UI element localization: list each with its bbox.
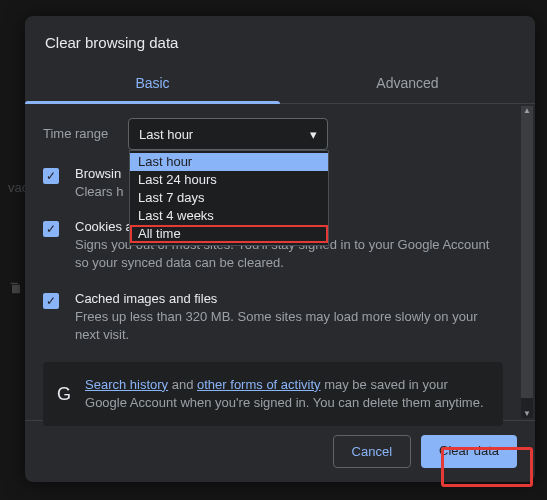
- info-box: G Search history and other forms of acti…: [43, 362, 503, 426]
- dialog-footer: Cancel Clear data: [25, 420, 535, 482]
- info-text: Search history and other forms of activi…: [85, 376, 489, 412]
- dialog-body: ▲ ▼ Time range Last hour ▾ ✓ Browsin Cle…: [25, 104, 535, 420]
- tab-basic[interactable]: Basic: [25, 65, 280, 103]
- cookies-checkbox[interactable]: ✓: [43, 221, 59, 237]
- scroll-up-arrow[interactable]: ▲: [523, 106, 531, 115]
- time-range-select[interactable]: Last hour ▾: [128, 118, 328, 150]
- tabs: Basic Advanced: [25, 65, 535, 104]
- clear-data-button[interactable]: Clear data: [421, 435, 517, 468]
- clear-browsing-data-dialog: Clear browsing data Basic Advanced ▲ ▼ T…: [25, 16, 535, 482]
- google-icon: G: [57, 384, 71, 405]
- other-activity-link[interactable]: other forms of activity: [197, 377, 321, 392]
- browsing-history-checkbox[interactable]: ✓: [43, 168, 59, 184]
- scroll-down-arrow[interactable]: ▼: [523, 409, 531, 418]
- tab-advanced[interactable]: Advanced: [280, 65, 535, 103]
- item-desc: Frees up less than 320 MB. Some sites ma…: [75, 308, 499, 344]
- scrollbar-thumb[interactable]: [521, 106, 533, 398]
- option-last-7-days[interactable]: Last 7 days: [130, 189, 328, 207]
- item-title: Browsin: [75, 166, 123, 181]
- time-range-dropdown: Last hour Last 24 hours Last 7 days Last…: [129, 150, 329, 246]
- search-history-link[interactable]: Search history: [85, 377, 168, 392]
- item-title: Cached images and files: [75, 291, 499, 306]
- option-last-hour[interactable]: Last hour: [130, 153, 328, 171]
- option-last-24-hours[interactable]: Last 24 hours: [130, 171, 328, 189]
- dialog-title: Clear browsing data: [25, 16, 535, 65]
- item-desc: Clears h: [75, 183, 123, 201]
- chevron-down-icon: ▾: [310, 127, 317, 142]
- option-all-time[interactable]: All time: [130, 225, 328, 243]
- cache-item: ✓ Cached images and files Frees up less …: [43, 291, 517, 344]
- select-value: Last hour: [139, 127, 193, 142]
- trash-icon: [8, 280, 24, 299]
- time-range-label: Time range: [43, 118, 128, 141]
- cache-checkbox[interactable]: ✓: [43, 293, 59, 309]
- option-last-4-weeks[interactable]: Last 4 weeks: [130, 207, 328, 225]
- cancel-button[interactable]: Cancel: [333, 435, 411, 468]
- time-range-row: Time range Last hour ▾: [43, 118, 517, 150]
